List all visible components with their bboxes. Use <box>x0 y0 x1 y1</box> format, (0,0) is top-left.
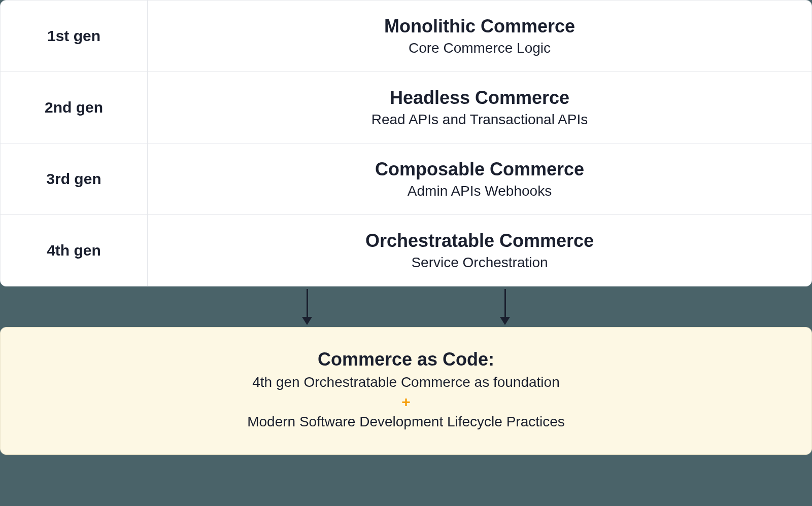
generation-title: Orchestratable Commerce <box>365 230 594 251</box>
generation-label: 2nd gen <box>1 72 148 143</box>
generation-title: Composable Commerce <box>375 159 584 180</box>
generation-title: Monolithic Commerce <box>384 16 575 37</box>
bottom-line2: Modern Software Development Lifecycle Pr… <box>247 414 565 430</box>
generation-subtitle: Core Commerce Logic <box>409 40 551 56</box>
table-row: 4th gen Orchestratable Commerce Service … <box>1 215 811 286</box>
generation-subtitle: Read APIs and Transactional APIs <box>371 112 588 128</box>
generation-title: Headless Commerce <box>390 87 569 109</box>
generation-content: Headless Commerce Read APIs and Transact… <box>148 72 811 143</box>
generation-content: Composable Commerce Admin APIs Webhooks <box>148 143 811 214</box>
table-row: 1st gen Monolithic Commerce Core Commerc… <box>1 1 811 72</box>
generation-content: Orchestratable Commerce Service Orchestr… <box>148 215 811 286</box>
generation-subtitle: Service Orchestration <box>411 255 548 271</box>
generation-label: 1st gen <box>1 1 148 71</box>
bottom-title: Commerce as Code: <box>318 349 494 370</box>
bottom-line1: 4th gen Orchestratable Commerce as found… <box>252 374 559 390</box>
generations-table: 1st gen Monolithic Commerce Core Commerc… <box>0 0 812 286</box>
plus-icon: + <box>401 393 411 411</box>
commerce-as-code-box: Commerce as Code: 4th gen Orchestratable… <box>0 327 812 455</box>
flow-arrows <box>0 286 812 327</box>
generation-subtitle: Admin APIs Webhooks <box>408 183 552 199</box>
generation-content: Monolithic Commerce Core Commerce Logic <box>148 1 811 71</box>
table-row: 3rd gen Composable Commerce Admin APIs W… <box>1 143 811 215</box>
arrow-down-icon <box>500 289 510 325</box>
generation-label: 4th gen <box>1 215 148 286</box>
table-row: 2nd gen Headless Commerce Read APIs and … <box>1 72 811 143</box>
arrow-down-icon <box>302 289 312 325</box>
generation-label: 3rd gen <box>1 143 148 214</box>
